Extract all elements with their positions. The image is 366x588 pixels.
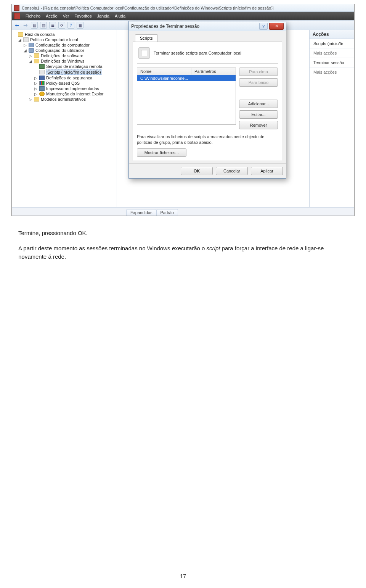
bottom-tabstrip: Expandidos Padrão [12, 207, 354, 216]
cell-name: C:\Windows\lanreconne... [137, 75, 191, 81]
dialog-body: Scripts Terminar sessão scripts para Com… [129, 31, 286, 163]
collapse-icon[interactable]: ◢ [18, 38, 22, 42]
doc-paragraph-2: A partir deste momento as sessões termin… [18, 244, 348, 261]
actions-header: Acções [310, 30, 354, 39]
toolbar-btn-5[interactable]: ▦ [77, 22, 83, 29]
window-titlebar: Consola1 - [Raiz da consola\Política Com… [12, 4, 354, 12]
menu-ajuda[interactable]: Ajuda [115, 14, 125, 18]
expand-icon[interactable]: ▷ [29, 54, 32, 58]
collapse-icon[interactable]: ◢ [23, 48, 27, 53]
tree-label: Definições de segurança [46, 76, 92, 80]
gear-icon [29, 43, 34, 47]
menu-accao[interactable]: Acção [46, 14, 58, 18]
col-parametros[interactable]: Parâmetros [191, 68, 236, 75]
toolbar-btn-4[interactable]: ⟳ [58, 22, 65, 29]
add-button[interactable]: Adicionar... [239, 100, 278, 108]
printer-icon [39, 86, 45, 91]
tab-scripts[interactable]: Scripts [135, 34, 158, 42]
tree-def-windows[interactable]: ◢ Definições do Windows [13, 58, 116, 64]
help-icon[interactable]: ? [67, 22, 74, 29]
remove-button[interactable]: Remover [239, 121, 278, 129]
folder-icon [34, 59, 39, 63]
tree-label: Serviços de instalação remota [46, 64, 102, 69]
scripts-list-area: Nome Parâmetros C:\Windows\lanreconne...… [137, 68, 278, 129]
tree-servicos-remota[interactable]: Serviços de instalação remota [13, 64, 116, 69]
edit-button[interactable]: Editar... [239, 110, 278, 119]
actions-more-1[interactable]: Mais acções [310, 48, 354, 58]
menu-icon [14, 13, 20, 19]
list-buttons: Para cima Para baixo Adicionar... Editar… [239, 68, 278, 129]
bars-icon [39, 81, 45, 85]
dialog-title: Propriedades de Terminar sessão [131, 24, 199, 29]
ok-button[interactable]: OK [181, 167, 213, 175]
forward-icon[interactable]: ➡ [22, 22, 29, 28]
tree-modelos-admin[interactable]: ▷ Modelos administrativos [13, 97, 116, 102]
tree-policy-local[interactable]: ◢ Política Computador local [13, 37, 116, 42]
dialog-description-row: Terminar sessão scripts para Computador … [137, 46, 278, 64]
gear-icon [29, 48, 34, 53]
menu-favoritos[interactable]: Favoritos [74, 14, 92, 18]
tree-def-seguranca[interactable]: ▷ Definições de segurança [13, 75, 116, 81]
move-up-button[interactable]: Para cima [239, 68, 278, 76]
doc-italic: script [207, 245, 220, 251]
tree-ie-maint[interactable]: ▷ Manutenção do Internet Explor [13, 91, 116, 97]
tree-impressoras[interactable]: ▷ Impressoras Implementadas [13, 86, 116, 91]
tree-label: Configuração do utilizador [35, 48, 84, 53]
toolbar-btn-2[interactable]: ▥ [40, 22, 47, 29]
menu-janela[interactable]: Janela [97, 14, 109, 18]
policy-icon [23, 37, 29, 42]
tree-config-utilizador[interactable]: ◢ Configuração do utilizador [13, 48, 116, 53]
toolbar-btn-1[interactable]: ▤ [31, 22, 38, 29]
menu-ver[interactable]: Ver [63, 14, 69, 18]
actions-more-2[interactable]: Mais acções [310, 68, 354, 77]
expand-icon[interactable]: ▷ [34, 81, 38, 85]
tree-label: Policy-based QoS [46, 81, 80, 85]
tree-scripts[interactable]: Scripts (início/fim de sessão) [13, 69, 116, 75]
cell-param [191, 75, 236, 81]
show-files-button[interactable]: Mostrar ficheiros... [137, 148, 186, 157]
tree-label: Configuração do computador [35, 43, 90, 47]
actions-terminar[interactable]: Terminar sessão [310, 58, 354, 68]
expand-icon[interactable]: ▷ [34, 87, 38, 91]
actions-scripts[interactable]: Scripts (início/fir [310, 39, 354, 48]
close-icon[interactable]: ✕ [269, 23, 284, 30]
list-item[interactable]: C:\Windows\lanreconne... [137, 75, 236, 81]
expand-icon[interactable]: ▷ [29, 97, 32, 101]
tab-expandidos[interactable]: Expandidos [126, 209, 157, 216]
expand-icon[interactable]: ▷ [34, 92, 38, 96]
expand-icon[interactable]: ▷ [23, 43, 27, 47]
help-icon[interactable]: ? [259, 23, 268, 30]
toolbar-btn-3[interactable]: ☰ [49, 22, 56, 29]
page-number: 17 [0, 573, 366, 579]
tree-def-software[interactable]: ▷ Definições de software [13, 53, 116, 58]
expand-icon[interactable]: ▷ [34, 76, 38, 80]
document-body: Termine, pressionando OK. A partir deste… [0, 224, 366, 283]
dialog-footer: OK Cancelar Aplicar [129, 163, 286, 178]
script-icon [138, 47, 150, 59]
tree-qos[interactable]: ▷ Policy-based QoS [13, 81, 116, 86]
apply-button[interactable]: Aplicar [251, 167, 283, 175]
folder-icon [34, 97, 39, 101]
menu-ficheiro[interactable]: Ficheiro [26, 14, 40, 18]
dialog-titlebar: Propriedades de Terminar sessão ? ✕ [129, 21, 286, 31]
tab-padrao[interactable]: Padrão [156, 209, 178, 216]
doc-text: A partir deste momento as sessões termin… [18, 245, 207, 251]
tree-label: Definições do Windows [41, 59, 84, 63]
properties-dialog: Propriedades de Terminar sessão ? ✕ Scri… [128, 21, 286, 179]
tree-label: Impressoras Implementadas [46, 86, 99, 91]
tree-root[interactable]: Raiz da consola [13, 32, 116, 37]
collapse-icon[interactable]: ◢ [29, 59, 32, 63]
move-down-button[interactable]: Para baixo [239, 78, 278, 87]
dialog-tabstrip: Scripts [135, 34, 282, 42]
tree-label: Modelos administrativos [41, 97, 86, 101]
scroll-icon [39, 70, 45, 74]
scripts-listview[interactable]: Nome Parâmetros C:\Windows\lanreconne... [137, 68, 236, 125]
app-icon [14, 5, 19, 11]
tree-config-computador[interactable]: ▷ Configuração do computador [13, 42, 116, 48]
shield-icon [39, 76, 45, 80]
window-title: Consola1 - [Raiz da consola\Política Com… [22, 6, 274, 10]
cancel-button[interactable]: Cancelar [216, 167, 248, 175]
ie-icon [39, 92, 45, 96]
back-icon[interactable]: ⬅ [14, 22, 20, 28]
col-nome[interactable]: Nome [137, 68, 191, 75]
